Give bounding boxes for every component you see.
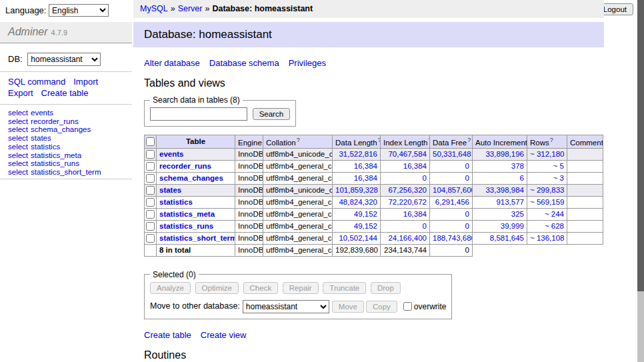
analyze-button[interactable]: Analyze <box>150 282 191 294</box>
row-checkbox[interactable] <box>146 198 155 207</box>
move-database-select[interactable]: homeassistant <box>243 300 329 313</box>
auto-increment-link[interactable]: 39,999 <box>475 222 524 230</box>
row-checkbox[interactable] <box>146 234 155 243</box>
table-name-link[interactable]: statistics <box>159 198 193 206</box>
data-free-link[interactable]: 50,331,648 <box>433 150 469 158</box>
row-checkbox[interactable] <box>146 222 155 231</box>
sidebar-item-create-table[interactable]: Create table <box>41 88 89 98</box>
copy-button[interactable]: Copy <box>366 301 397 313</box>
table-link[interactable]: recorder_runs <box>31 117 79 125</box>
data-free-link[interactable]: 6,291,456 <box>433 198 469 206</box>
table-link[interactable]: statistics_short_term <box>31 168 101 176</box>
optimize-button[interactable]: Optimize <box>195 282 239 294</box>
row-checkbox[interactable] <box>146 150 155 159</box>
row-checkbox[interactable] <box>146 186 155 195</box>
data-free-link[interactable]: 188,743,680 <box>433 234 469 242</box>
table-name-link[interactable]: statistics_short_term <box>159 234 235 242</box>
select-link[interactable]: select <box>8 159 28 167</box>
select-link[interactable]: select <box>8 117 28 125</box>
table-link[interactable]: states <box>31 134 51 142</box>
rows-count-link[interactable]: ~ 3 <box>530 174 564 182</box>
sidebar-item-sql-command[interactable]: SQL command <box>8 77 65 87</box>
data-length-link[interactable]: 49,152 <box>335 210 377 218</box>
row-checkbox[interactable] <box>146 174 155 183</box>
table-link[interactable]: schema_changes <box>31 125 91 133</box>
select-link[interactable]: select <box>8 125 28 133</box>
auto-increment-link[interactable]: 33,898,196 <box>475 150 524 158</box>
auto-increment-link[interactable]: 33,398,984 <box>475 186 524 194</box>
data-free-link[interactable]: 0 <box>433 210 469 218</box>
select-link[interactable]: select <box>8 109 28 117</box>
index-length-link[interactable]: 70,467,584 <box>383 150 427 158</box>
select-link[interactable]: select <box>8 134 28 142</box>
table-name-link[interactable]: states <box>159 186 181 194</box>
data-length-link[interactable]: 49,152 <box>335 222 377 230</box>
help-link[interactable]: ? <box>467 137 471 143</box>
search-button[interactable]: Search <box>253 108 290 120</box>
help-link[interactable]: ? <box>550 137 553 143</box>
db-select[interactable]: homeassistant <box>27 53 101 66</box>
help-link[interactable]: ? <box>378 137 381 143</box>
rows-count-link[interactable]: ~ 628 <box>530 222 564 230</box>
repair-button[interactable]: Repair <box>283 282 319 294</box>
data-free-link[interactable]: 104,857,600 <box>433 186 469 194</box>
table-name-link[interactable]: schema_changes <box>159 174 223 182</box>
data-free-link[interactable]: 0 <box>433 222 469 230</box>
data-length-link[interactable]: 10,502,144 <box>335 234 377 242</box>
index-length-link[interactable]: 24,166,400 <box>383 234 427 242</box>
create-view-link[interactable]: Create view <box>201 330 247 340</box>
check-button[interactable]: Check <box>243 282 279 294</box>
table-name-link[interactable]: statistics_runs <box>159 222 213 230</box>
data-free-link[interactable]: 0 <box>433 162 469 170</box>
index-length-link[interactable]: 0 <box>383 222 427 230</box>
row-checkbox[interactable] <box>146 162 155 171</box>
privileges-link[interactable]: Privileges <box>289 58 326 68</box>
auto-increment-link[interactable]: 8,581,645 <box>475 234 524 242</box>
truncate-button[interactable]: Truncate <box>323 282 366 294</box>
index-length-link[interactable]: 16,384 <box>383 210 427 218</box>
sidebar-item-export[interactable]: Export <box>8 88 33 98</box>
help-link[interactable]: ? <box>297 137 300 143</box>
select-link[interactable]: select <box>8 168 28 176</box>
scrollbar-thumb[interactable] <box>637 0 644 291</box>
rows-count-link[interactable]: ~ 5 <box>530 162 564 170</box>
sidebar-item-import[interactable]: Import <box>73 77 98 87</box>
rows-count-link[interactable]: ~ 244 <box>530 210 564 218</box>
auto-increment-link[interactable]: 913,577 <box>475 198 524 206</box>
auto-increment-link[interactable]: 325 <box>475 210 524 218</box>
overwrite-checkbox[interactable] <box>403 302 412 311</box>
table-link[interactable]: statistics_meta <box>31 151 81 159</box>
select-all-checkbox[interactable] <box>146 137 155 146</box>
data-length-link[interactable]: 101,859,328 <box>335 186 377 194</box>
auto-increment-link[interactable]: 378 <box>475 162 524 170</box>
breadcrumb-server-link[interactable]: Server <box>178 4 203 13</box>
language-select[interactable]: English <box>49 4 109 17</box>
move-button[interactable]: Move <box>332 301 364 313</box>
create-table-link[interactable]: Create table <box>144 330 191 340</box>
search-input[interactable] <box>150 107 247 121</box>
index-length-link[interactable]: 0 <box>383 174 427 182</box>
rows-count-link[interactable]: ~ 299,833 <box>530 186 564 194</box>
rows-count-link[interactable]: ~ 569,159 <box>530 198 564 206</box>
data-length-link[interactable]: 31,522,816 <box>335 150 377 158</box>
data-length-link[interactable]: 16,384 <box>335 174 377 182</box>
rows-count-link[interactable]: ~ 312,180 <box>530 150 564 158</box>
table-name-link[interactable]: statistics_meta <box>159 210 215 218</box>
rows-count-link[interactable]: ~ 136,108 <box>530 234 564 242</box>
database-schema-link[interactable]: Database schema <box>209 58 279 68</box>
breadcrumb-mysql-link[interactable]: MySQL <box>140 4 168 13</box>
table-link[interactable]: events <box>31 109 53 117</box>
data-length-link[interactable]: 48,824,320 <box>335 198 377 206</box>
auto-increment-link[interactable]: 6 <box>475 174 524 182</box>
data-free-link[interactable]: 0 <box>433 174 469 182</box>
adminer-logo-link[interactable]: Adminer <box>8 26 48 37</box>
alter-database-link[interactable]: Alter database <box>144 58 200 68</box>
index-length-link[interactable]: 16,384 <box>383 162 427 170</box>
table-name-link[interactable]: recorder_runs <box>159 162 211 170</box>
index-length-link[interactable]: 67,256,320 <box>383 186 427 194</box>
table-link[interactable]: statistics <box>31 143 60 151</box>
index-length-link[interactable]: 72,220,672 <box>383 198 427 206</box>
row-checkbox[interactable] <box>146 210 155 219</box>
table-link[interactable]: statistics_runs <box>31 159 79 167</box>
select-link[interactable]: select <box>8 143 28 151</box>
